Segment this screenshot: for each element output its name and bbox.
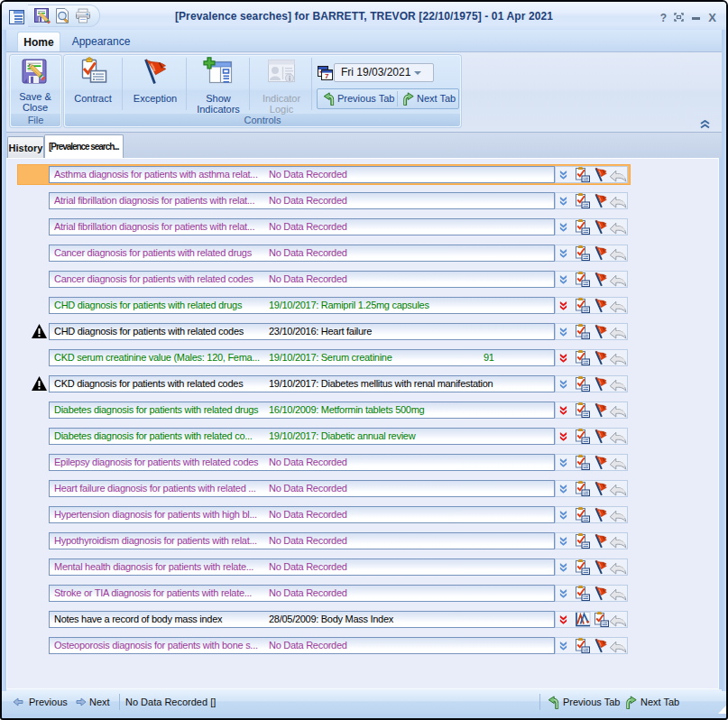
svg-text:7: 7 [325,72,329,80]
